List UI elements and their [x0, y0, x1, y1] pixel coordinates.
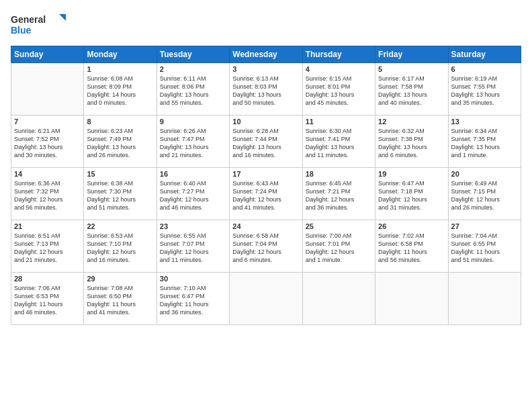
- calendar-cell: 4Sunrise: 6:15 AM Sunset: 8:01 PM Daylig…: [302, 63, 375, 116]
- calendar-cell: 20Sunrise: 6:49 AM Sunset: 7:15 PM Dayli…: [448, 168, 521, 220]
- day-number: 23: [160, 222, 226, 230]
- calendar-cell: 28Sunrise: 7:06 AM Sunset: 6:53 PM Dayli…: [11, 273, 84, 325]
- day-number: 13: [451, 118, 518, 126]
- day-info: Sunrise: 6:32 AM Sunset: 7:38 PM Dayligh…: [378, 127, 445, 160]
- calendar-week-2: 14Sunrise: 6:36 AM Sunset: 7:32 PM Dayli…: [11, 168, 521, 220]
- day-info: Sunrise: 7:04 AM Sunset: 6:55 PM Dayligh…: [451, 232, 518, 265]
- day-info: Sunrise: 6:23 AM Sunset: 7:49 PM Dayligh…: [87, 127, 153, 160]
- day-info: Sunrise: 6:53 AM Sunset: 7:10 PM Dayligh…: [87, 232, 153, 265]
- day-info: Sunrise: 6:30 AM Sunset: 7:41 PM Dayligh…: [306, 127, 372, 160]
- day-number: 16: [160, 170, 226, 178]
- day-info: Sunrise: 7:08 AM Sunset: 6:50 PM Dayligh…: [87, 284, 153, 317]
- day-info: Sunrise: 6:49 AM Sunset: 7:15 PM Dayligh…: [451, 179, 518, 212]
- page: General Blue SundayMondayTuesdayWednesda…: [0, 0, 532, 411]
- calendar-table: SundayMondayTuesdayWednesdayThursdayFrid…: [11, 46, 521, 325]
- calendar-cell: 2Sunrise: 6:11 AM Sunset: 8:06 PM Daylig…: [157, 63, 229, 116]
- day-number: 1: [87, 65, 153, 73]
- day-info: Sunrise: 7:06 AM Sunset: 6:53 PM Dayligh…: [14, 284, 81, 317]
- day-number: 3: [232, 65, 299, 73]
- day-info: Sunrise: 7:10 AM Sunset: 6:47 PM Dayligh…: [160, 284, 226, 317]
- day-info: Sunrise: 6:55 AM Sunset: 7:07 PM Dayligh…: [160, 232, 226, 265]
- day-number: 28: [14, 275, 81, 283]
- calendar-cell: 7Sunrise: 6:21 AM Sunset: 7:52 PM Daylig…: [11, 116, 84, 168]
- logo: General Blue: [11, 11, 71, 40]
- day-info: Sunrise: 6:45 AM Sunset: 7:21 PM Dayligh…: [306, 179, 372, 212]
- day-number: 10: [232, 118, 299, 126]
- day-info: Sunrise: 6:28 AM Sunset: 7:44 PM Dayligh…: [232, 127, 299, 160]
- day-number: 27: [451, 222, 518, 230]
- calendar-header-row: SundayMondayTuesdayWednesdayThursdayFrid…: [11, 46, 521, 63]
- weekday-header-wednesday: Wednesday: [230, 46, 302, 63]
- day-number: 8: [87, 118, 153, 126]
- calendar-cell: 5Sunrise: 6:17 AM Sunset: 7:58 PM Daylig…: [375, 63, 448, 116]
- calendar-cell: 18Sunrise: 6:45 AM Sunset: 7:21 PM Dayli…: [302, 168, 375, 220]
- calendar-cell: 27Sunrise: 7:04 AM Sunset: 6:55 PM Dayli…: [448, 220, 521, 273]
- calendar-cell: 6Sunrise: 6:19 AM Sunset: 7:55 PM Daylig…: [448, 63, 521, 116]
- calendar-cell: 21Sunrise: 6:51 AM Sunset: 7:13 PM Dayli…: [11, 220, 84, 273]
- weekday-header-friday: Friday: [375, 46, 448, 63]
- calendar-cell: [302, 273, 375, 325]
- weekday-header-tuesday: Tuesday: [157, 46, 229, 63]
- day-number: 21: [14, 222, 81, 230]
- calendar-cell: [230, 273, 302, 325]
- day-number: 12: [378, 118, 445, 126]
- calendar-cell: 30Sunrise: 7:10 AM Sunset: 6:47 PM Dayli…: [157, 273, 229, 325]
- day-info: Sunrise: 6:40 AM Sunset: 7:27 PM Dayligh…: [160, 179, 226, 212]
- day-info: Sunrise: 6:21 AM Sunset: 7:52 PM Dayligh…: [14, 127, 81, 160]
- day-number: 4: [306, 65, 372, 73]
- day-info: Sunrise: 6:47 AM Sunset: 7:18 PM Dayligh…: [378, 179, 445, 212]
- day-number: 30: [160, 275, 226, 283]
- calendar-cell: 14Sunrise: 6:36 AM Sunset: 7:32 PM Dayli…: [11, 168, 84, 220]
- day-info: Sunrise: 6:17 AM Sunset: 7:58 PM Dayligh…: [378, 75, 445, 107]
- day-number: 5: [378, 65, 445, 73]
- day-number: 20: [451, 170, 518, 178]
- calendar-cell: 16Sunrise: 6:40 AM Sunset: 7:27 PM Dayli…: [157, 168, 229, 220]
- logo-text: General Blue: [11, 11, 71, 40]
- day-info: Sunrise: 6:34 AM Sunset: 7:35 PM Dayligh…: [451, 127, 518, 160]
- calendar-week-3: 21Sunrise: 6:51 AM Sunset: 7:13 PM Dayli…: [11, 220, 521, 273]
- day-info: Sunrise: 6:08 AM Sunset: 8:09 PM Dayligh…: [87, 75, 153, 107]
- day-info: Sunrise: 6:13 AM Sunset: 8:03 PM Dayligh…: [232, 75, 299, 107]
- day-info: Sunrise: 6:43 AM Sunset: 7:24 PM Dayligh…: [232, 179, 299, 212]
- day-info: Sunrise: 6:36 AM Sunset: 7:32 PM Dayligh…: [14, 179, 81, 212]
- day-number: 11: [306, 118, 372, 126]
- weekday-header-thursday: Thursday: [302, 46, 375, 63]
- calendar-cell: 15Sunrise: 6:38 AM Sunset: 7:30 PM Dayli…: [84, 168, 157, 220]
- calendar-cell: [448, 273, 521, 325]
- day-info: Sunrise: 6:26 AM Sunset: 7:47 PM Dayligh…: [160, 127, 226, 160]
- day-number: 24: [232, 222, 299, 230]
- day-number: 17: [232, 170, 299, 178]
- day-info: Sunrise: 6:51 AM Sunset: 7:13 PM Dayligh…: [14, 232, 81, 265]
- day-info: Sunrise: 6:19 AM Sunset: 7:55 PM Dayligh…: [451, 75, 518, 107]
- weekday-header-monday: Monday: [84, 46, 157, 63]
- calendar-body: 1Sunrise: 6:08 AM Sunset: 8:09 PM Daylig…: [11, 63, 521, 325]
- weekday-header-sunday: Sunday: [11, 46, 84, 63]
- svg-text:General: General: [11, 14, 46, 25]
- day-number: 14: [14, 170, 81, 178]
- calendar-cell: 24Sunrise: 6:58 AM Sunset: 7:04 PM Dayli…: [230, 220, 302, 273]
- day-info: Sunrise: 7:02 AM Sunset: 6:58 PM Dayligh…: [378, 232, 445, 265]
- calendar-cell: 11Sunrise: 6:30 AM Sunset: 7:41 PM Dayli…: [302, 116, 375, 168]
- calendar-cell: 25Sunrise: 7:00 AM Sunset: 7:01 PM Dayli…: [302, 220, 375, 273]
- day-number: 29: [87, 275, 153, 283]
- day-number: 6: [451, 65, 518, 73]
- day-number: 15: [87, 170, 153, 178]
- calendar-week-1: 7Sunrise: 6:21 AM Sunset: 7:52 PM Daylig…: [11, 116, 521, 168]
- day-number: 2: [160, 65, 226, 73]
- day-number: 9: [160, 118, 226, 126]
- calendar-cell: 23Sunrise: 6:55 AM Sunset: 7:07 PM Dayli…: [157, 220, 229, 273]
- calendar-cell: 22Sunrise: 6:53 AM Sunset: 7:10 PM Dayli…: [84, 220, 157, 273]
- day-info: Sunrise: 6:15 AM Sunset: 8:01 PM Dayligh…: [306, 75, 372, 107]
- day-info: Sunrise: 7:00 AM Sunset: 7:01 PM Dayligh…: [306, 232, 372, 265]
- calendar-cell: 12Sunrise: 6:32 AM Sunset: 7:38 PM Dayli…: [375, 116, 448, 168]
- day-number: 19: [378, 170, 445, 178]
- calendar-cell: 17Sunrise: 6:43 AM Sunset: 7:24 PM Dayli…: [230, 168, 302, 220]
- day-number: 7: [14, 118, 81, 126]
- calendar-cell: 8Sunrise: 6:23 AM Sunset: 7:49 PM Daylig…: [84, 116, 157, 168]
- header: General Blue: [11, 11, 521, 40]
- calendar-cell: 13Sunrise: 6:34 AM Sunset: 7:35 PM Dayli…: [448, 116, 521, 168]
- day-number: 18: [306, 170, 372, 178]
- weekday-header-saturday: Saturday: [448, 46, 521, 63]
- calendar-week-0: 1Sunrise: 6:08 AM Sunset: 8:09 PM Daylig…: [11, 63, 521, 116]
- calendar-cell: 1Sunrise: 6:08 AM Sunset: 8:09 PM Daylig…: [84, 63, 157, 116]
